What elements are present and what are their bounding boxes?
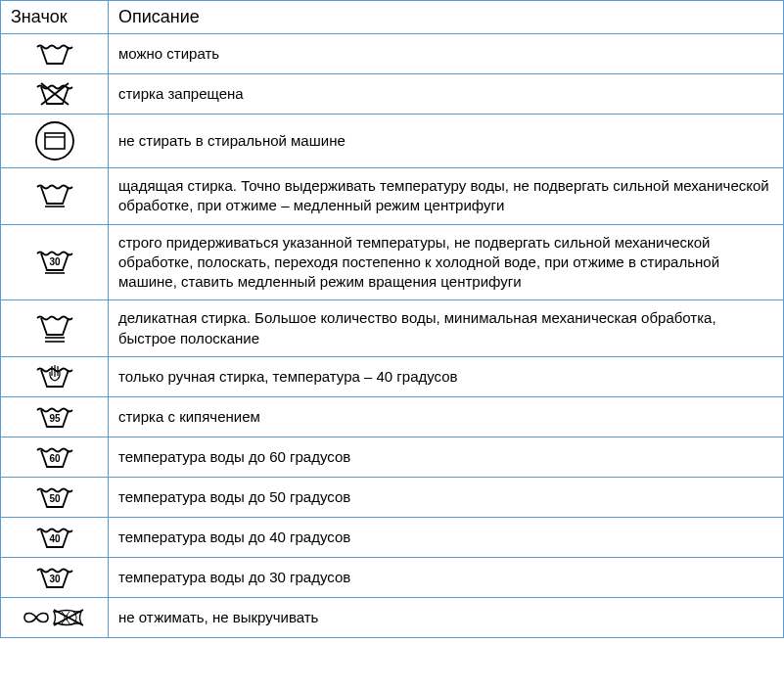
handwash-icon (1, 356, 109, 396)
wash-95-icon: 95 (1, 396, 109, 437)
description: только ручная стирка, температура – 40 г… (109, 356, 784, 396)
description: не стирать в стиральной машине (109, 115, 784, 168)
svg-text:60: 60 (49, 453, 61, 464)
svg-text:50: 50 (49, 493, 61, 504)
wash-40-icon: 40 (1, 517, 109, 557)
svg-point-2 (36, 122, 73, 160)
description: температура воды до 30 градусов (109, 557, 784, 597)
description: температура воды до 40 градусов (109, 517, 784, 557)
wash-30-1bar-icon: 30 (1, 224, 109, 300)
table-row: не отжимать, не выкручивать (1, 597, 784, 637)
table-row: 60температура воды до 60 градусов (1, 437, 784, 477)
table-row: деликатная стирка. Большое количество во… (1, 300, 784, 357)
description: не отжимать, не выкручивать (109, 597, 784, 637)
svg-text:95: 95 (49, 413, 61, 424)
svg-text:30: 30 (49, 256, 61, 267)
no-wring-icon (1, 597, 109, 637)
wash-no-icon (1, 74, 109, 115)
header-desc: Описание (109, 1, 784, 34)
wash-2bar-icon (1, 300, 109, 357)
svg-text:40: 40 (49, 533, 61, 544)
description: температура воды до 50 градусов (109, 477, 784, 517)
table-row: только ручная стирка, температура – 40 г… (1, 356, 784, 396)
header-icon: Значок (1, 1, 109, 34)
description: стирка запрещена (109, 74, 784, 115)
description: деликатная стирка. Большое количество во… (109, 300, 784, 357)
description: температура воды до 60 градусов (109, 437, 784, 477)
no-machine-icon (1, 115, 109, 168)
table-row: 95стирка с кипячением (1, 396, 784, 437)
laundry-symbols-table: Значок Описание можно стиратьстирка запр… (0, 0, 784, 638)
svg-rect-3 (45, 133, 65, 149)
table-row: стирка запрещена (1, 74, 784, 115)
table-row: 30температура воды до 30 градусов (1, 557, 784, 597)
description: стирка с кипячением (109, 396, 784, 437)
wash-30-icon: 30 (1, 557, 109, 597)
table-row: 40температура воды до 40 градусов (1, 517, 784, 557)
table-row: щадящая стирка. Точно выдерживать темпер… (1, 168, 784, 225)
wash-1bar-icon (1, 168, 109, 225)
table-row: можно стирать (1, 34, 784, 74)
table-row: 50температура воды до 50 градусов (1, 477, 784, 517)
description: можно стирать (109, 34, 784, 74)
description: строго придерживаться указанной температ… (109, 224, 784, 300)
table-row: 30строго придерживаться указанной темпер… (1, 224, 784, 300)
table-row: не стирать в стиральной машине (1, 115, 784, 168)
description: щадящая стирка. Точно выдерживать темпер… (109, 168, 784, 225)
wash-icon (1, 34, 109, 74)
wash-50-icon: 50 (1, 477, 109, 517)
wash-60-icon: 60 (1, 437, 109, 477)
svg-text:30: 30 (49, 574, 61, 584)
